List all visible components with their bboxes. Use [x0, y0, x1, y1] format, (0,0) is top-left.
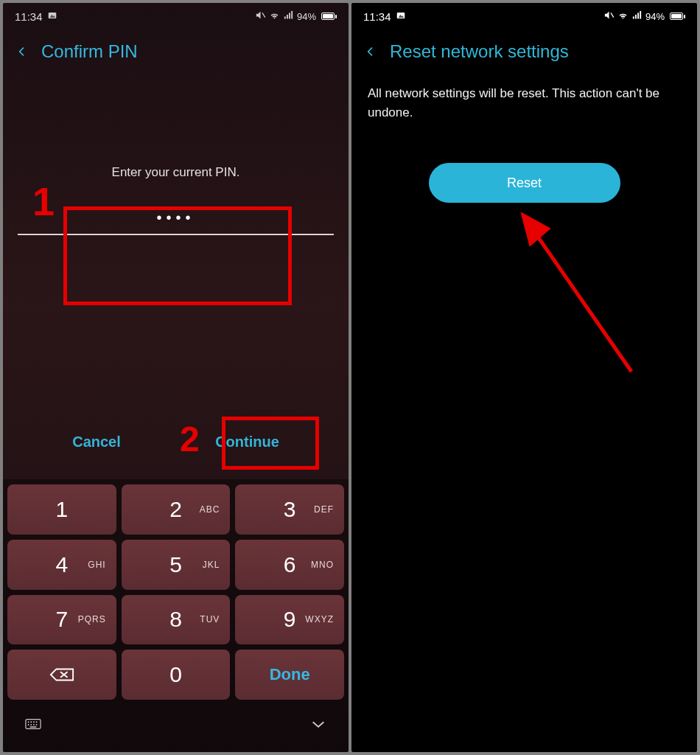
- keyboard-icon[interactable]: [25, 718, 41, 733]
- annotation-box-1: [63, 206, 292, 305]
- svg-rect-4: [287, 15, 288, 19]
- annotation-arrow: [499, 202, 690, 394]
- wifi-icon: [269, 10, 280, 23]
- svg-point-16: [33, 724, 35, 726]
- key-9[interactable]: 9WXYZ: [235, 595, 344, 645]
- status-bar: 11:34 94%: [351, 3, 697, 29]
- page-title: Confirm PIN: [41, 41, 138, 62]
- key-2[interactable]: 2ABC: [122, 484, 231, 535]
- svg-line-21: [611, 13, 614, 17]
- svg-rect-5: [289, 13, 290, 18]
- key-6[interactable]: 6MNO: [235, 540, 344, 590]
- key-4[interactable]: 4GHI: [7, 540, 116, 590]
- status-bar: 11:34 94%: [3, 3, 349, 29]
- pin-prompt: Enter your current PIN.: [12, 165, 340, 180]
- key-5[interactable]: 5JKL: [122, 540, 231, 590]
- svg-point-15: [30, 724, 32, 726]
- numeric-keypad: 1 2ABC 3DEF 4GHI 5JKL 6MNO 7PQRS 8TUV 9W…: [3, 479, 349, 752]
- annotation-box-2: [222, 417, 319, 470]
- screen-header: Confirm PIN: [3, 29, 349, 77]
- svg-line-26: [534, 232, 631, 372]
- battery-icon: [319, 13, 337, 20]
- key-8[interactable]: 8TUV: [122, 595, 231, 645]
- svg-rect-23: [635, 15, 637, 19]
- reset-body: All network settings will be reset. This…: [351, 84, 697, 203]
- battery-percent: 94%: [645, 11, 665, 22]
- signal-icon: [631, 10, 643, 23]
- back-button[interactable]: [360, 41, 381, 62]
- svg-rect-3: [284, 16, 286, 18]
- key-done[interactable]: Done: [235, 650, 344, 700]
- wifi-icon: [617, 10, 629, 23]
- svg-point-10: [28, 721, 29, 723]
- key-3[interactable]: 3DEF: [235, 484, 344, 535]
- svg-point-13: [36, 721, 38, 723]
- mute-icon: [603, 10, 615, 23]
- svg-rect-18: [29, 726, 36, 727]
- reset-button[interactable]: Reset: [429, 163, 620, 203]
- status-time: 11:34: [363, 10, 391, 23]
- screen-header: Reset network settings: [351, 29, 697, 77]
- svg-rect-25: [640, 11, 641, 19]
- keypad-bottom-row: [7, 705, 344, 746]
- picture-icon: [47, 10, 57, 23]
- svg-rect-24: [637, 13, 639, 18]
- svg-line-2: [262, 13, 265, 17]
- battery-icon: [668, 13, 685, 20]
- cancel-button[interactable]: Cancel: [62, 429, 131, 455]
- key-0[interactable]: 0: [122, 650, 231, 700]
- annotation-number-2: 2: [180, 419, 200, 459]
- status-time: 11:34: [15, 10, 43, 23]
- svg-point-11: [30, 721, 32, 723]
- back-button[interactable]: [12, 41, 32, 62]
- page-title: Reset network settings: [390, 41, 569, 62]
- svg-point-14: [28, 724, 29, 726]
- key-7[interactable]: 7PQRS: [7, 595, 116, 645]
- svg-point-17: [36, 724, 38, 726]
- svg-rect-6: [291, 11, 293, 19]
- reset-description: All network settings will be reset. This…: [368, 84, 681, 122]
- picture-icon: [396, 10, 406, 23]
- key-1[interactable]: 1: [7, 484, 116, 535]
- signal-icon: [283, 10, 294, 23]
- svg-rect-22: [633, 16, 634, 18]
- confirm-pin-screen: 11:34 94% Confirm PIN Enter your current…: [3, 3, 349, 752]
- svg-marker-27: [521, 212, 550, 246]
- collapse-keyboard-icon[interactable]: [310, 719, 326, 732]
- battery-percent: 94%: [297, 11, 316, 22]
- key-backspace[interactable]: [7, 650, 116, 700]
- reset-network-screen: 11:34 94% Reset network settings All net…: [351, 3, 697, 752]
- annotation-number-1: 1: [32, 178, 55, 224]
- svg-point-12: [33, 721, 35, 723]
- mute-icon: [255, 10, 266, 23]
